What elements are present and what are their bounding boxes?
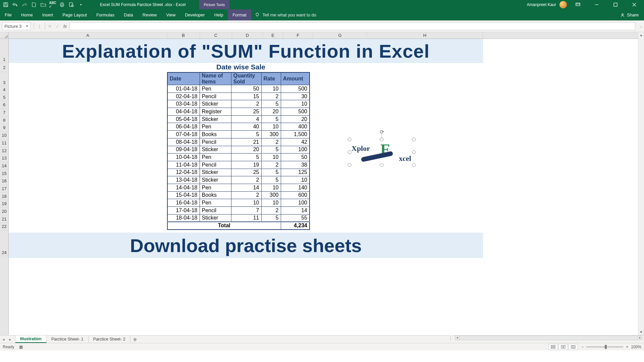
row-header-11[interactable]: 11 xyxy=(0,139,8,147)
cell-amount[interactable]: 10 xyxy=(281,100,310,108)
sheet-tab-illustration[interactable]: Illustration xyxy=(15,336,47,343)
redo-icon[interactable] xyxy=(21,2,28,8)
cell-item[interactable]: Sticker xyxy=(200,214,231,222)
tell-me[interactable]: Tell me what you want to do xyxy=(255,12,316,18)
spellcheck-icon[interactable]: ABC✓ xyxy=(50,2,56,8)
cell-amount[interactable]: 140 xyxy=(281,184,310,191)
more-commands-icon[interactable]: ⋮ xyxy=(37,24,42,29)
cell-qty[interactable]: 19 xyxy=(231,161,261,169)
close-icon[interactable] xyxy=(627,0,642,9)
cell-amount[interactable]: 50 xyxy=(281,154,310,161)
name-box-dropdown-icon[interactable]: ▼ xyxy=(25,24,29,28)
ribbon-tab-home[interactable]: Home xyxy=(16,9,38,20)
cell-rate[interactable]: 10 xyxy=(261,85,281,93)
cell-amount[interactable]: 42 xyxy=(281,138,310,146)
share-button[interactable]: Share xyxy=(620,12,644,17)
ribbon-tab-review[interactable]: Review xyxy=(138,9,162,20)
row-header-4[interactable]: 4 xyxy=(0,86,8,94)
row-header-1[interactable]: 1 xyxy=(0,39,8,63)
cell-date[interactable]: 08-04-18 xyxy=(167,138,200,146)
cell-amount[interactable]: 30 xyxy=(281,93,310,100)
row-header-13[interactable]: 13 xyxy=(0,155,8,162)
cell-item[interactable]: Sticker xyxy=(200,176,231,184)
expand-formula-bar-icon[interactable]: ⌄ xyxy=(638,24,644,28)
cell-item[interactable]: Pencil xyxy=(200,161,231,169)
cell-item[interactable]: Pen xyxy=(200,199,231,207)
cell-date[interactable]: 15-04-18 xyxy=(167,191,200,199)
cell-qty[interactable]: 25 xyxy=(231,108,261,116)
ribbon-tab-formulas[interactable]: Formulas xyxy=(92,9,119,20)
ribbon-tab-developer[interactable]: Developer xyxy=(180,9,209,20)
sheet-nav-next-icon[interactable]: ▸ xyxy=(7,336,13,343)
insert-function-icon[interactable]: fx xyxy=(63,24,67,29)
row-header-22[interactable]: 22 xyxy=(0,223,8,231)
cell-qty[interactable]: 50 xyxy=(231,85,261,93)
row-header-18[interactable]: 18 xyxy=(0,193,8,200)
cell-rate[interactable]: 300 xyxy=(261,131,281,138)
formula-input[interactable] xyxy=(69,22,635,30)
row-header-17[interactable]: 17 xyxy=(0,185,8,193)
cell-qty[interactable]: 25 xyxy=(231,169,261,176)
cell-item[interactable]: Pen xyxy=(200,85,231,93)
cell-amount[interactable]: 10 xyxy=(281,176,310,184)
column-header-A[interactable]: A xyxy=(9,32,167,39)
zoom-in-icon[interactable]: + xyxy=(626,345,628,349)
sheet-nav-prev-icon[interactable]: ◂ xyxy=(0,336,7,343)
cell-item[interactable]: Pen xyxy=(200,154,231,161)
cell-rate[interactable]: 2 xyxy=(261,207,281,215)
cell-amount[interactable]: 55 xyxy=(281,214,310,222)
cell-rate[interactable]: 300 xyxy=(261,191,281,199)
confirm-entry-icon[interactable]: ✓ xyxy=(56,24,59,29)
cell-date[interactable]: 10-04-18 xyxy=(167,154,200,161)
name-box[interactable]: Picture 3 ▼ xyxy=(2,22,31,30)
cell-rate[interactable]: 5 xyxy=(261,146,281,154)
row-header-21[interactable]: 21 xyxy=(0,216,8,223)
ribbon-tab-file[interactable]: File xyxy=(0,9,16,20)
column-header-C[interactable]: C xyxy=(200,32,232,39)
worksheet-grid[interactable]: 1234567891011121314151617181920212224 AB… xyxy=(0,32,644,335)
cell-rate[interactable]: 5 xyxy=(261,100,281,108)
horizontal-scrollbar[interactable]: ◂ ▸ xyxy=(455,336,643,340)
cell-qty[interactable]: 10 xyxy=(231,199,261,207)
zoom-slider[interactable] xyxy=(586,346,623,348)
row-header-2[interactable]: 2 xyxy=(0,63,8,72)
row-header-14[interactable]: 14 xyxy=(0,162,8,170)
cells-area[interactable]: Explanation of "SUM" Function in Excel D… xyxy=(9,39,644,335)
cell-item[interactable]: Books xyxy=(200,131,231,138)
selected-picture[interactable]: ⟳ Xplor E xcel xyxy=(350,139,414,165)
cell-date[interactable]: 14-04-18 xyxy=(167,184,200,191)
cell-date[interactable]: 12-04-18 xyxy=(167,169,200,176)
cell-qty[interactable]: 7 xyxy=(231,207,261,215)
row-header-8[interactable]: 8 xyxy=(0,117,8,124)
row-header-6[interactable]: 6 xyxy=(0,101,8,109)
cell-amount[interactable]: 400 xyxy=(281,123,310,131)
cell-amount[interactable]: 500 xyxy=(281,85,310,93)
cell-item[interactable]: Pencil xyxy=(200,138,231,146)
cell-qty[interactable]: 2 xyxy=(231,176,261,184)
ribbon-tab-data[interactable]: Data xyxy=(119,9,138,20)
cell-rate[interactable]: 2 xyxy=(261,138,281,146)
cell-date[interactable]: 09-04-18 xyxy=(167,146,200,154)
cell-rate[interactable]: 2 xyxy=(261,93,281,100)
cell-date[interactable]: 03-04-18 xyxy=(167,100,200,108)
new-sheet-button[interactable]: ⊕ xyxy=(130,336,140,343)
quick-print-icon[interactable] xyxy=(59,2,65,8)
cell-date[interactable]: 01-04-18 xyxy=(167,85,200,93)
normal-view-icon[interactable] xyxy=(548,344,558,350)
cell-amount[interactable]: 600 xyxy=(281,191,310,199)
tab-split-handle-icon[interactable]: ⋮ xyxy=(446,336,455,343)
row-header-20[interactable]: 20 xyxy=(0,208,8,216)
cell-date[interactable]: 04-04-18 xyxy=(167,108,200,116)
ribbon-tab-help[interactable]: Help xyxy=(210,9,228,20)
cell-qty[interactable]: 4 xyxy=(231,115,261,123)
column-header-B[interactable]: B xyxy=(167,32,200,39)
new-file-icon[interactable] xyxy=(31,2,37,8)
page-layout-view-icon[interactable] xyxy=(558,344,568,350)
cell-rate[interactable]: 5 xyxy=(261,169,281,176)
row-header-9[interactable]: 9 xyxy=(0,124,8,132)
cell-amount[interactable]: 1,500 xyxy=(281,131,310,138)
cell-amount[interactable]: 100 xyxy=(281,146,310,154)
cell-rate[interactable]: 10 xyxy=(261,184,281,191)
cell-rate[interactable]: 10 xyxy=(261,123,281,131)
cell-date[interactable]: 05-04-18 xyxy=(167,115,200,123)
